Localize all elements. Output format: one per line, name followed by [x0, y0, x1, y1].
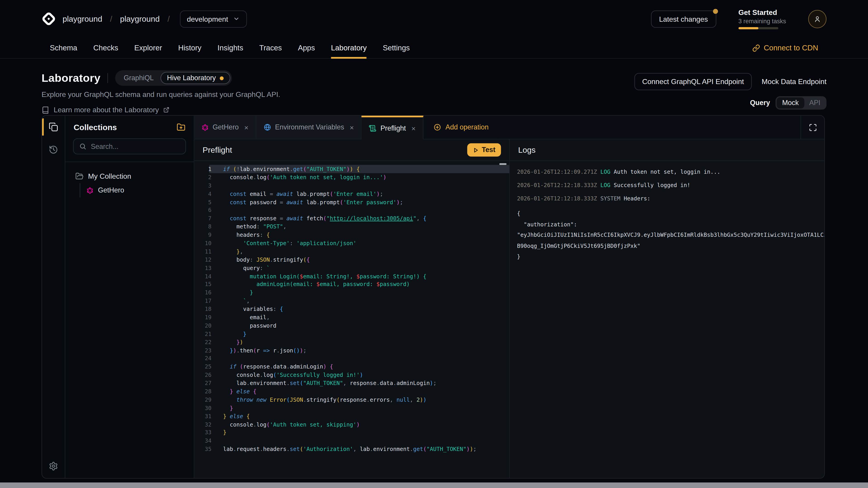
close-icon[interactable]: ×: [411, 124, 416, 133]
logs-panel: Logs 2026-01-26T12:12:09.271Z LOG Auth t…: [510, 139, 825, 478]
horizontal-scrollbar[interactable]: [0, 483, 868, 488]
line-number: 29: [194, 397, 212, 403]
operation-gethero[interactable]: GetHero: [80, 183, 194, 198]
line-number: 23: [194, 347, 212, 353]
settings-rail-button[interactable]: [49, 461, 58, 478]
add-folder-icon[interactable]: [177, 123, 185, 132]
tab-label: Environment Variables: [275, 123, 344, 131]
toggle-option-graphiql[interactable]: GraphiQL: [117, 72, 160, 84]
code-line: 3: [194, 182, 509, 190]
search-box: [73, 138, 186, 154]
breadcrumb: playground / playground / development: [41, 10, 247, 27]
collections-sidebar: Collections My Collection: [65, 116, 194, 478]
status-dot: [220, 76, 223, 80]
nav-item-insights[interactable]: Insights: [217, 38, 243, 58]
collections-title: Collections: [74, 123, 117, 132]
play-icon: [473, 147, 479, 153]
log-raw-line: {: [517, 208, 824, 219]
code-line: 32 console.log('Auth token set, skipping…: [194, 420, 509, 428]
nav-item-history[interactable]: History: [178, 38, 202, 58]
code-editor[interactable]: 1if (!lab.environment.get("AUTH_TOKEN"))…: [194, 161, 509, 478]
history-icon: [49, 145, 58, 155]
collections-tree: My Collection GetHero: [65, 162, 194, 204]
nav-item-explorer[interactable]: Explorer: [134, 38, 162, 58]
nav-item-checks[interactable]: Checks: [93, 38, 118, 58]
code-line: 28 } else {: [194, 387, 509, 395]
code-line: 4 const email = await lab.prompt('Enter …: [194, 190, 509, 198]
mock-option[interactable]: Mock: [777, 97, 804, 108]
nav-item-apps[interactable]: Apps: [298, 38, 315, 58]
connect-cdn-link[interactable]: Connect to CDN: [752, 38, 818, 58]
nav-item-laboratory[interactable]: Laboratory: [331, 38, 367, 58]
latest-changes-label: Latest changes: [659, 15, 708, 23]
code-line: 2 console.log('Auth token not set, loggi…: [194, 173, 509, 181]
line-number: 22: [194, 339, 212, 345]
page-title: Laboratory: [41, 72, 101, 84]
book-icon: [41, 106, 49, 113]
toggle-option-hive-laboratory[interactable]: Hive Laboratory: [160, 72, 230, 84]
connect-endpoint-button[interactable]: Connect GraphQL API Endpoint: [634, 73, 752, 90]
line-number: 19: [194, 314, 212, 320]
latest-changes-button[interactable]: Latest changes: [651, 10, 716, 27]
code-line: 19 email,: [194, 313, 509, 321]
nav-item-schema[interactable]: Schema: [50, 38, 77, 58]
line-number: 8: [194, 224, 212, 230]
line-number: 31: [194, 413, 212, 419]
add-operation-label: Add operation: [445, 123, 489, 131]
code-line: 33}: [194, 429, 509, 437]
divider: [107, 73, 108, 83]
line-number: 2: [194, 174, 212, 180]
test-button[interactable]: Test: [467, 143, 501, 157]
fullscreen-button[interactable]: [800, 116, 824, 139]
nav-item-settings[interactable]: Settings: [383, 38, 410, 58]
line-number: 26: [194, 372, 212, 378]
collection-folder[interactable]: My Collection: [65, 169, 194, 183]
avatar[interactable]: [808, 10, 827, 28]
tab-bar: GetHero×Environment Variables×Preflight×…: [194, 116, 825, 139]
line-number: 12: [194, 257, 212, 263]
collections-icon: [49, 122, 58, 132]
graphql-icon: [86, 187, 94, 194]
code-line: 6: [194, 206, 509, 214]
scrollbar-thumb[interactable]: [499, 163, 506, 165]
code-line: 10 'Content-Type': 'application/json': [194, 239, 509, 247]
history-rail-button[interactable]: [42, 138, 65, 161]
link-icon: [752, 44, 760, 52]
breadcrumb-org[interactable]: playground: [63, 14, 102, 23]
learn-more-label: Learn more about the Laboratory: [54, 106, 159, 114]
notification-dot: [713, 8, 718, 13]
api-option[interactable]: API: [804, 97, 825, 108]
preflight-editor-panel: Preflight Test 1if (!lab.environment.get…: [194, 139, 510, 478]
code-line: 8 method: "POST",: [194, 223, 509, 231]
chevron-down-icon: [233, 15, 240, 22]
learn-more-link[interactable]: Learn more about the Laboratory: [41, 106, 827, 114]
tab-preflight[interactable]: Preflight×: [362, 116, 423, 139]
line-number: 24: [194, 355, 212, 361]
close-icon[interactable]: ×: [350, 123, 354, 131]
log-entry: 2026-01-26T12:12:18.333Z LOG Successfull…: [517, 182, 824, 189]
tab-environment-variables[interactable]: Environment Variables×: [256, 116, 362, 139]
mock-endpoint-button[interactable]: Mock Data Endpoint: [762, 77, 827, 86]
line-number: 3: [194, 182, 212, 188]
logs-output[interactable]: 2026-01-26T12:12:09.271Z LOG Auth token …: [510, 161, 825, 478]
log-entry: 2026-01-26T12:12:18.333Z SYSTEM Headers:: [517, 195, 824, 202]
search-input[interactable]: [91, 142, 180, 150]
user-icon: [813, 15, 822, 23]
breadcrumb-project[interactable]: playground: [120, 14, 160, 23]
collections-rail-button[interactable]: [42, 116, 65, 138]
add-operation-button[interactable]: Add operation: [423, 116, 499, 139]
hive-logo-icon[interactable]: [41, 11, 56, 26]
code-line: 13 query: `: [194, 264, 509, 272]
main-column: GetHero×Environment Variables×Preflight×…: [194, 116, 825, 478]
target-select[interactable]: development: [180, 10, 247, 27]
close-icon[interactable]: ×: [244, 123, 249, 131]
code-line: 1if (!lab.environment.get("AUTH_TOKEN"))…: [194, 165, 509, 173]
operation-label: GetHero: [98, 186, 124, 194]
tabs: GetHero×Environment Variables×Preflight×: [194, 116, 423, 139]
nav-item-traces[interactable]: Traces: [259, 38, 282, 58]
logs-title: Logs: [518, 145, 535, 154]
get-started-widget[interactable]: Get Started 3 remaining tasks: [738, 8, 786, 29]
tab-gethero[interactable]: GetHero×: [194, 116, 256, 139]
page-description: Explore your GraphQL schema and run quer…: [41, 90, 827, 98]
line-number: 5: [194, 199, 212, 205]
